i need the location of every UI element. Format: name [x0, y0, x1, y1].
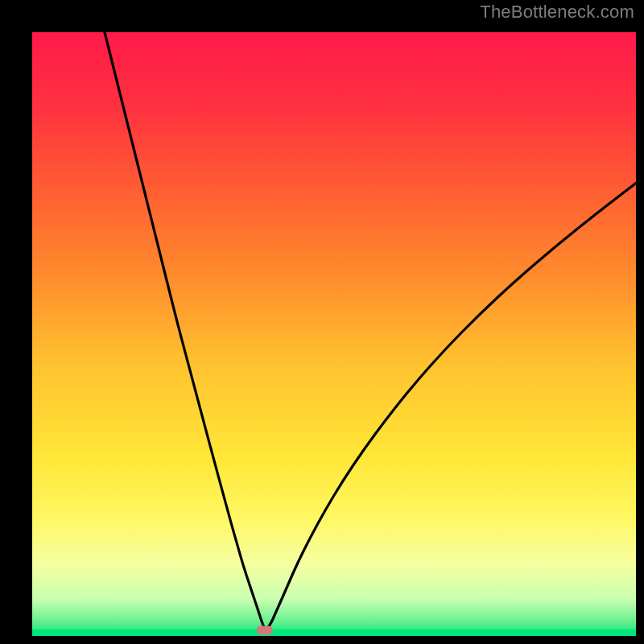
green-baseline: [32, 630, 636, 636]
chart-background: [32, 32, 636, 636]
watermark-text: TheBottleneck.com: [480, 2, 634, 23]
bottleneck-chart: [32, 32, 636, 636]
chart-frame: [12, 12, 632, 632]
minimum-marker: [257, 626, 273, 635]
